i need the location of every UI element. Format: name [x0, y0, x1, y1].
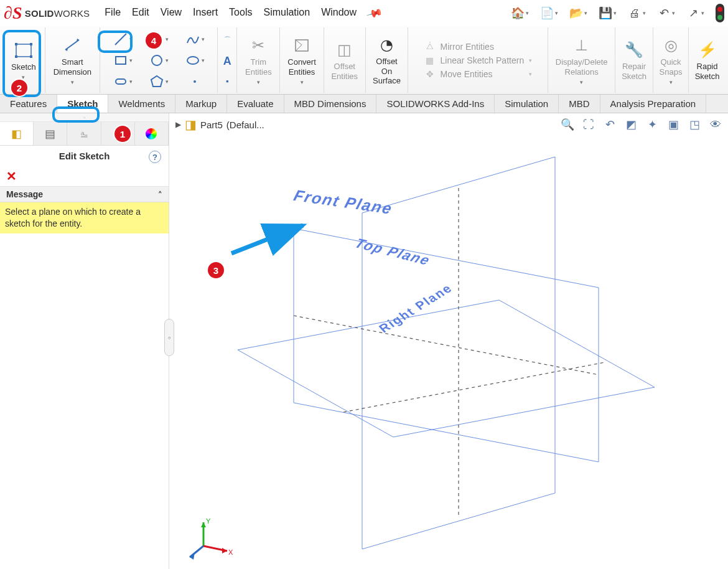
svg-marker-25 — [222, 548, 227, 553]
panel-tab-appearance[interactable] — [135, 122, 169, 145]
snaps-icon: ◎ — [658, 35, 683, 56]
polygon-tool[interactable]: ▾ — [141, 72, 176, 92]
point-tool[interactable] — [177, 72, 212, 92]
offset-on-surface-button[interactable]: ◔ Offset On Surface — [373, 34, 401, 86]
new-file-icon[interactable]: 📄 — [540, 6, 554, 20]
spline-tool[interactable]: ▾ — [177, 29, 212, 49]
highlight-line-tool — [98, 31, 133, 53]
close-button[interactable]: ✕ — [0, 166, 169, 187]
dropdown-caret[interactable]: ▾ — [555, 10, 558, 16]
smart-dimension-button[interactable]: Smart Dimension ▾ — [54, 35, 91, 85]
ellipse-tool[interactable]: ▾ — [177, 50, 212, 70]
chevron-down-icon[interactable]: ▾ — [580, 79, 583, 85]
home-icon[interactable]: 🏠 — [511, 6, 525, 20]
svg-point-8 — [152, 55, 162, 65]
menu-bar: ∂S SOLIDWORKS File Edit View Insert Tool… — [0, 0, 728, 26]
pin-icon[interactable]: 📌 — [365, 4, 383, 22]
chevron-down-icon[interactable]: ▾ — [71, 79, 74, 85]
panel-title-row: Edit Sketch ? — [0, 146, 169, 166]
tab-analysis-prep[interactable]: Analysis Preparation — [600, 95, 707, 113]
menu-simulation[interactable]: Simulation — [263, 7, 310, 20]
panel-tab-feature-tree[interactable]: ◧ — [0, 122, 34, 145]
graphics-area[interactable]: ▶ ◨ Part5 (Defaul... 🔍 ⛶ ↶ ◩ ✦ ▣ ◳ 👁 ◦ — [169, 113, 728, 569]
select-icon[interactable]: ↗ — [686, 6, 700, 20]
panel-title: Edit Sketch — [59, 151, 110, 161]
panel-tab-config[interactable]: ⎁ — [67, 122, 101, 145]
slot-tool[interactable]: ▾ — [105, 72, 140, 92]
menu-window[interactable]: Window — [321, 7, 357, 20]
undo-icon[interactable]: ↶ — [657, 6, 671, 20]
offset-surface-icon: ◔ — [375, 34, 399, 55]
svg-point-9 — [187, 57, 198, 64]
display-delete-relations-button[interactable]: ⊥ Display/Delete Relations ▾ — [556, 35, 608, 85]
move-icon: ✥ — [424, 69, 436, 79]
menu-items: File Edit View Insert Tools Simulation W… — [105, 7, 381, 20]
ribbon-group-trim: ✂ Trim Entities ▾ — [237, 27, 280, 93]
chevron-down-icon[interactable]: ▾ — [670, 79, 673, 85]
menu-file[interactable]: File — [105, 7, 121, 20]
circle-tool[interactable]: ▾ — [141, 50, 176, 70]
menu-insert[interactable]: Insert — [193, 7, 218, 20]
tab-mbd-dimensions[interactable]: MBD Dimensions — [284, 95, 377, 113]
trim-entities-button[interactable]: ✂ Trim Entities ▾ — [245, 35, 272, 85]
panel-section-header[interactable]: Message ˄ — [0, 187, 169, 202]
help-icon[interactable]: ? — [149, 151, 161, 163]
ribbon-group-convert: Convert Entities ▾ — [280, 27, 324, 93]
rapid-sketch-button[interactable]: ⚡ Rapid Sketch — [695, 39, 720, 81]
offset-entities-button[interactable]: ◫ Offset Entities — [331, 39, 358, 81]
fillet-tool[interactable]: ⌒ — [223, 35, 231, 46]
text-tool[interactable]: A — [223, 55, 231, 68]
panel-tabs: ◧ ▤ ⎁ ⊕ — [0, 122, 169, 146]
print-icon[interactable]: 🖨 — [628, 6, 642, 20]
menu-tools[interactable]: Tools — [229, 7, 252, 20]
panel-message: Select a plane on which to create a sket… — [0, 202, 169, 233]
convert-icon — [289, 35, 314, 56]
tab-addins[interactable]: SOLIDWORKS Add-Ins — [376, 95, 495, 113]
mirror-entities-button[interactable]: ⧊Mirror Entities — [424, 41, 533, 52]
dimension-icon — [60, 35, 85, 56]
svg-marker-11 — [151, 76, 162, 87]
reference-planes: Y X — [169, 113, 728, 568]
svg-rect-10 — [116, 79, 126, 84]
svg-line-16 — [294, 316, 599, 375]
open-file-icon[interactable]: 📂 — [569, 6, 583, 20]
chevron-down-icon[interactable]: ▾ — [301, 79, 304, 85]
panel-tab-property[interactable]: ▤ — [34, 122, 67, 145]
tab-features[interactable]: Features — [0, 95, 57, 113]
menu-edit[interactable]: Edit — [132, 7, 149, 20]
dropdown-caret[interactable]: ▾ — [643, 10, 646, 16]
move-entities-button[interactable]: ✥Move Entities▾ — [424, 69, 533, 79]
chevron-up-icon: ˄ — [158, 190, 162, 199]
ribbon-group-modify: ⧊Mirror Entities ▦Linear Sketch Pattern▾… — [408, 27, 548, 93]
menu-view[interactable]: View — [161, 7, 182, 20]
ribbon-group-dimension: Smart Dimension ▾ — [45, 27, 100, 93]
dropdown-caret[interactable]: ▾ — [614, 10, 617, 16]
plane-tool[interactable]: ▪ — [226, 77, 229, 86]
rectangle-tool[interactable]: ▾ — [105, 50, 140, 70]
repair-icon: 🔧 — [622, 39, 646, 60]
svg-line-18 — [343, 362, 605, 412]
dropdown-caret[interactable]: ▾ — [672, 10, 675, 16]
command-tabs: Features Sketch Weldments Markup Evaluat… — [0, 95, 728, 113]
dropdown-caret[interactable]: ▾ — [701, 10, 704, 16]
callout-2: 2 — [11, 80, 27, 96]
tab-weldments[interactable]: Weldments — [108, 95, 175, 113]
tab-markup[interactable]: Markup — [175, 95, 227, 113]
tab-simulation[interactable]: Simulation — [495, 95, 559, 113]
callout-1: 1 — [114, 126, 131, 142]
pattern-icon: ▦ — [424, 55, 436, 65]
convert-entities-button[interactable]: Convert Entities ▾ — [287, 35, 316, 85]
ds-logo-icon: ∂S — [4, 4, 22, 22]
repair-sketch-button[interactable]: 🔧 Repair Sketch — [622, 39, 646, 81]
ribbon-group-rapid: ⚡ Rapid Sketch — [689, 27, 726, 93]
callout-3: 3 — [208, 262, 224, 278]
dropdown-caret[interactable]: ▾ — [526, 10, 529, 16]
tab-mbd[interactable]: MBD — [559, 95, 600, 113]
save-icon[interactable]: 💾 — [599, 6, 612, 20]
quick-snaps-button[interactable]: ◎ Quick Snaps ▾ — [658, 35, 683, 85]
dropdown-caret[interactable]: ▾ — [584, 10, 587, 16]
tab-evaluate[interactable]: Evaluate — [227, 95, 284, 113]
logo-text-bold: SOLID — [25, 8, 54, 19]
linear-pattern-button[interactable]: ▦Linear Sketch Pattern▾ — [424, 55, 533, 65]
chevron-down-icon[interactable]: ▾ — [257, 79, 260, 85]
